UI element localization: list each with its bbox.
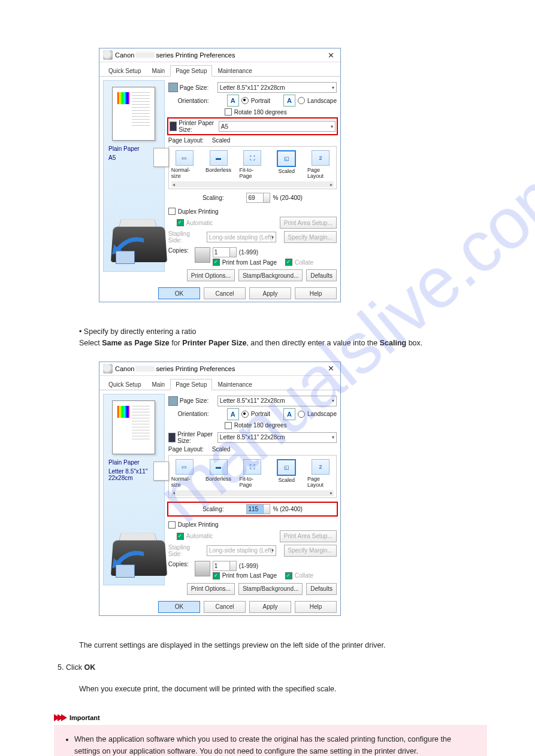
layout-pagelayout[interactable]: 2Page Layout <box>307 459 334 488</box>
copies-input[interactable]: 1 <box>213 247 237 257</box>
collate-label: Collate <box>295 572 313 579</box>
rotate180-label[interactable]: Rotate 180 degrees <box>234 422 287 429</box>
page-size-label: Page Size: <box>180 84 208 91</box>
landscape-option[interactable]: Landscape <box>307 98 337 104</box>
duplex-checkbox[interactable] <box>168 208 176 215</box>
layout-fit[interactable]: ⛶Fit-to-Page <box>239 459 265 488</box>
close-icon[interactable]: ✕ <box>322 51 339 60</box>
print-last-label[interactable]: Print from Last Page <box>222 572 277 579</box>
collate-checkbox[interactable] <box>285 572 292 579</box>
help-button[interactable]: Help <box>295 601 337 613</box>
collate-label: Collate <box>295 259 313 266</box>
layout-borderless[interactable]: ▬Borderless <box>205 150 232 179</box>
mini-thumb <box>153 462 169 481</box>
tab-maintenance[interactable]: Maintenance <box>212 65 257 77</box>
titlebar: Canon series Printing Preferences ✕ <box>99 362 340 376</box>
copies-range: (1-999) <box>239 249 258 256</box>
cancel-button[interactable]: Cancel <box>204 601 246 613</box>
printer-paper-dropdown[interactable]: Letter 8.5"x11" 22x28cm <box>217 432 337 443</box>
copies-input[interactable]: 1 <box>213 561 237 571</box>
landscape-radio[interactable] <box>298 411 305 418</box>
automatic-label: Automatic <box>186 533 213 539</box>
scaling-range-label: % (20-400) <box>273 506 302 512</box>
print-last-checkbox[interactable] <box>213 572 220 579</box>
preview-pane: Plain Paper A5 <box>103 80 165 272</box>
rotate180-checkbox[interactable] <box>225 422 232 429</box>
ok-button[interactable]: OK <box>158 287 200 299</box>
scaling-input[interactable]: 69 <box>246 193 270 203</box>
tab-page-setup[interactable]: Page Setup <box>170 379 212 390</box>
page-size-dropdown[interactable]: Letter 8.5"x11" 22x28cm <box>217 396 337 406</box>
landscape-radio[interactable] <box>298 97 305 104</box>
help-button[interactable]: Help <box>295 287 337 299</box>
automatic-checkbox[interactable] <box>177 533 184 540</box>
printer-paper-dropdown[interactable]: A5 <box>219 121 335 132</box>
stamp-button[interactable]: Stamp/Background... <box>238 583 303 595</box>
copies-icon <box>195 561 210 576</box>
print-options-button[interactable]: Print Options... <box>187 583 235 595</box>
ok-button[interactable]: OK <box>158 601 200 613</box>
page-size-label: Page Size: <box>180 397 208 404</box>
tab-quick-setup[interactable]: Quick Setup <box>103 379 146 390</box>
page-layout-value: Scaled <box>212 137 231 144</box>
print-last-label[interactable]: Print from Last Page <box>222 259 277 266</box>
duplex-label[interactable]: Duplex Printing <box>178 208 219 215</box>
chevrons-icon <box>54 714 65 721</box>
stapling-label: Stapling Side: <box>168 544 204 557</box>
defaults-button[interactable]: Defaults <box>306 583 337 595</box>
duplex-label[interactable]: Duplex Printing <box>178 521 219 528</box>
printer-paper-icon <box>170 122 177 131</box>
page-size-dropdown[interactable]: Letter 8.5"x11" 22x28cm <box>217 82 337 93</box>
mini-thumb <box>153 148 169 167</box>
tab-page-setup[interactable]: Page Setup <box>170 65 212 77</box>
printer-paper-label: Printer Paper Size: <box>179 120 216 133</box>
tab-quick-setup[interactable]: Quick Setup <box>103 65 146 77</box>
stamp-button[interactable]: Stamp/Background... <box>238 269 303 281</box>
orientation-label: Orientation: <box>178 98 209 104</box>
layout-pagelayout[interactable]: 2Page Layout <box>307 150 334 179</box>
scaling-range-label: % (20-400) <box>273 195 302 201</box>
cancel-button[interactable]: Cancel <box>204 287 246 299</box>
layout-fit[interactable]: ⛶Fit-to-Page <box>239 150 265 179</box>
portrait-radio[interactable] <box>241 411 249 418</box>
layout-scaled[interactable]: ◱Scaled <box>273 150 300 179</box>
layout-scaled[interactable]: ◱Scaled <box>273 459 300 488</box>
tab-main[interactable]: Main <box>146 65 170 77</box>
print-area-button: Print Area Setup... <box>280 530 337 542</box>
rotate180-label[interactable]: Rotate 180 degrees <box>234 109 287 116</box>
print-area-button: Print Area Setup... <box>280 217 337 229</box>
automatic-label: Automatic <box>186 220 213 226</box>
layout-scrollbar[interactable]: ◂▸ <box>171 181 334 187</box>
tab-maintenance[interactable]: Maintenance <box>212 379 257 390</box>
important-heading: Important <box>69 714 100 721</box>
apply-button[interactable]: Apply <box>249 287 291 299</box>
important-block: Important When the application software … <box>54 714 487 756</box>
paper-preview <box>112 87 155 141</box>
window-title: Canon series Printing Preferences <box>115 365 322 372</box>
automatic-checkbox[interactable] <box>177 219 184 226</box>
portrait-option[interactable]: Portrait <box>251 98 270 104</box>
apply-button[interactable]: Apply <box>249 601 291 613</box>
tab-main[interactable]: Main <box>146 379 170 390</box>
stapling-label: Stapling Side: <box>168 230 204 244</box>
duplex-checkbox[interactable] <box>168 521 176 529</box>
close-icon[interactable]: ✕ <box>322 364 339 373</box>
portrait-icon: A <box>227 95 239 107</box>
between-description: • Specify by directly entering a ratio S… <box>79 326 487 350</box>
layout-scrollbar[interactable]: ◂▸ <box>171 490 334 496</box>
layout-borderless[interactable]: ▬Borderless <box>205 459 232 488</box>
layout-normal[interactable]: ▭Normal-size <box>171 459 198 488</box>
landscape-option[interactable]: Landscape <box>307 411 337 417</box>
layout-normal[interactable]: ▭Normal-size <box>171 150 198 179</box>
printer-paper-icon <box>168 433 176 442</box>
defaults-button[interactable]: Defaults <box>306 269 337 281</box>
scaling-input[interactable]: 115 <box>246 504 270 514</box>
portrait-option[interactable]: Portrait <box>251 411 270 417</box>
stapling-dropdown: Long-side stapling (Left) <box>207 232 276 242</box>
collate-checkbox[interactable] <box>285 259 292 266</box>
print-last-checkbox[interactable] <box>213 259 220 266</box>
portrait-radio[interactable] <box>241 97 249 104</box>
rotate180-checkbox[interactable] <box>225 108 232 116</box>
print-options-button[interactable]: Print Options... <box>187 269 235 281</box>
page-size-icon <box>168 83 178 92</box>
